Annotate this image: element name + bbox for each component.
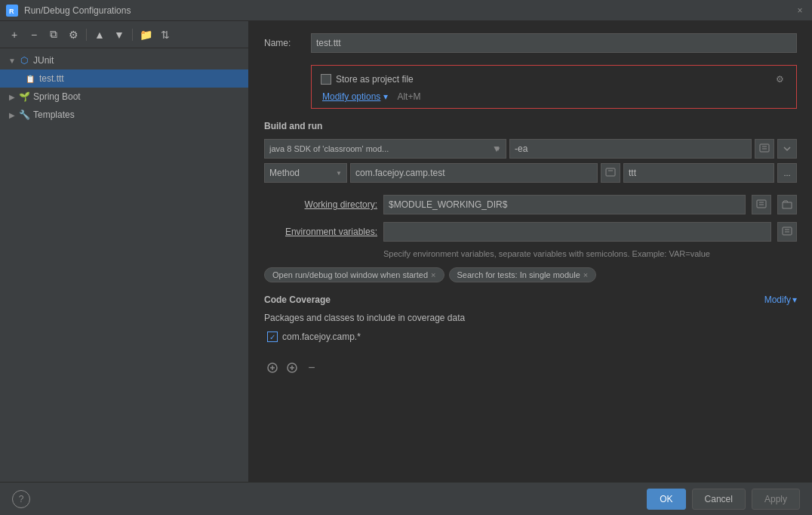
svg-text:R: R [9, 8, 14, 15]
method-value: Method [269, 168, 300, 178]
svg-rect-5 [606, 168, 615, 176]
tag-search-close-btn[interactable]: × [583, 270, 588, 279]
vm-args-input[interactable] [509, 139, 752, 159]
test-method-input[interactable] [623, 163, 774, 183]
build-run-row1: java 8 SDK of 'classroom' mod... ▼ [264, 139, 797, 159]
separator2 [132, 29, 133, 41]
working-dir-row: Working directory: [264, 195, 797, 214]
vm-expand-btn[interactable] [777, 139, 797, 159]
config-tree: ▼ ⬡ JUnit 📋 test.ttt ▶ 🌱 Spring Boot ▶ 🔧… [0, 48, 248, 515]
tag-open-tool-window: Open run/debug tool window when started … [264, 267, 444, 282]
tags-row: Open run/debug tool window when started … [264, 267, 797, 282]
remove-icon: − [308, 362, 315, 374]
copy-button[interactable]: ⧉ [45, 26, 62, 43]
separator [86, 29, 87, 41]
tree-item-junit[interactable]: ▼ ⬡ JUnit [0, 51, 248, 69]
store-project-label: Store as project file [336, 74, 414, 85]
class-input[interactable] [350, 163, 598, 183]
sort-button[interactable]: ⇅ [157, 26, 174, 43]
tag-search-label: Search for tests: In single module [457, 270, 580, 279]
build-run-row2: Method ... [264, 163, 797, 183]
build-run-header: Build and run [264, 121, 797, 131]
sdk-select[interactable]: java 8 SDK of 'classroom' mod... ▼ [264, 139, 506, 159]
build-run-section: Build and run java 8 SDK of 'classroom' … [264, 121, 797, 183]
coverage-item-0: ✓ com.facejoy.camp.* [264, 329, 797, 344]
templates-label: Templates [33, 109, 75, 120]
working-dir-folder-btn[interactable] [777, 195, 797, 214]
close-button[interactable]: × [794, 5, 806, 17]
ok-button[interactable]: OK [647, 489, 685, 510]
coverage-actions: − [264, 353, 797, 376]
templates-arrow: ▶ [6, 111, 18, 119]
env-vars-label: Environment variables: [264, 227, 377, 237]
spring-boot-label: Spring Boot [33, 91, 81, 102]
junit-icon: ⬡ [18, 54, 30, 66]
modify-row: Modify options ▾ Alt+M [321, 91, 787, 102]
sdk-arrow-icon: ▼ [492, 143, 501, 154]
add-button[interactable]: + [6, 26, 23, 43]
env-vars-input[interactable] [383, 222, 771, 242]
junit-arrow: ▼ [6, 57, 18, 65]
toolbar: + − ⧉ ⚙ ▲ ▼ 📁 ⇅ [0, 21, 248, 48]
spring-boot-arrow: ▶ [6, 93, 18, 101]
coverage-header: Code Coverage Modify ▾ [264, 295, 797, 305]
spring-boot-icon: 🌱 [18, 91, 30, 103]
left-panel: + − ⧉ ⚙ ▲ ▼ 📁 ⇅ ▼ ⬡ JUnit 📋 test.ttt [0, 21, 249, 515]
store-row: Store as project file ⚙ [321, 72, 787, 87]
remove-coverage-btn[interactable]: − [303, 359, 320, 376]
tag-open-label: Open run/debug tool window when started [272, 270, 428, 279]
method-select[interactable]: Method [264, 163, 347, 183]
modify-options-shortcut: Alt+M [397, 91, 420, 102]
down-button[interactable]: ▼ [111, 26, 128, 43]
cancel-button[interactable]: Cancel [692, 489, 746, 510]
code-coverage-section: Code Coverage Modify ▾ Packages and clas… [264, 295, 797, 376]
store-gear-icon[interactable]: ⚙ [772, 72, 787, 87]
test-ttt-icon: 📋 [24, 72, 36, 85]
name-row: Name: [264, 33, 797, 53]
tree-item-templates[interactable]: ▶ 🔧 Templates [0, 106, 248, 124]
options-box: Store as project file ⚙ Modify options ▾… [311, 65, 797, 109]
coverage-title: Code Coverage [264, 295, 331, 305]
working-dir-var-btn[interactable] [752, 195, 771, 214]
junit-label: JUnit [33, 55, 54, 66]
working-dir-label: Working directory: [264, 199, 377, 210]
sdk-value: java 8 SDK of 'classroom' mod... [269, 144, 389, 153]
tree-item-spring-boot[interactable]: ▶ 🌱 Spring Boot [0, 88, 248, 106]
main-layout: + − ⧉ ⚙ ▲ ▼ 📁 ⇅ ▼ ⬡ JUnit 📋 test.ttt [0, 21, 812, 515]
coverage-package-0: com.facejoy.camp.* [282, 332, 361, 342]
apply-button[interactable]: Apply [752, 489, 800, 510]
remove-button[interactable]: − [26, 26, 42, 43]
class-browse-btn[interactable] [601, 163, 620, 183]
add-package-btn[interactable] [284, 359, 300, 376]
env-vars-row: Environment variables: [264, 222, 797, 242]
modify-options-link[interactable]: Modify options [322, 91, 380, 102]
svg-rect-2 [760, 144, 769, 152]
coverage-modify-btn[interactable]: Modify ▾ [764, 295, 797, 305]
env-vars-hint: Specify environment variables, separate … [383, 249, 797, 258]
test-ttt-label: test.ttt [39, 73, 64, 84]
bottom-bar: ? OK Cancel Apply [0, 482, 812, 515]
dialog-title: Run/Debug Configurations [24, 5, 794, 16]
modify-options-arrow: ▾ [383, 91, 388, 102]
add-class-btn[interactable] [264, 359, 281, 376]
working-dir-input[interactable] [383, 195, 746, 214]
store-project-checkbox[interactable] [321, 74, 331, 85]
up-button[interactable]: ▲ [91, 26, 108, 43]
templates-icon: 🔧 [18, 109, 30, 121]
test-browse-btn[interactable]: ... [777, 163, 797, 183]
help-button[interactable]: ? [12, 490, 30, 508]
svg-rect-10 [783, 227, 792, 235]
name-label: Name: [264, 38, 302, 48]
coverage-checkbox-0[interactable]: ✓ [267, 332, 278, 342]
env-vars-edit-btn[interactable] [777, 222, 797, 242]
folder-button[interactable]: 📁 [137, 26, 154, 43]
coverage-desc: Packages and classes to include in cover… [264, 313, 797, 323]
name-input[interactable] [311, 33, 797, 53]
app-icon: R [6, 5, 18, 17]
settings-button[interactable]: ⚙ [65, 26, 82, 43]
title-bar: R Run/Debug Configurations × [0, 0, 812, 21]
expand-icon-btn[interactable] [755, 139, 774, 159]
tag-open-close-btn[interactable]: × [431, 270, 435, 279]
tree-item-test-ttt[interactable]: 📋 test.ttt [0, 69, 248, 88]
tag-search-tests: Search for tests: In single module × [449, 267, 597, 282]
